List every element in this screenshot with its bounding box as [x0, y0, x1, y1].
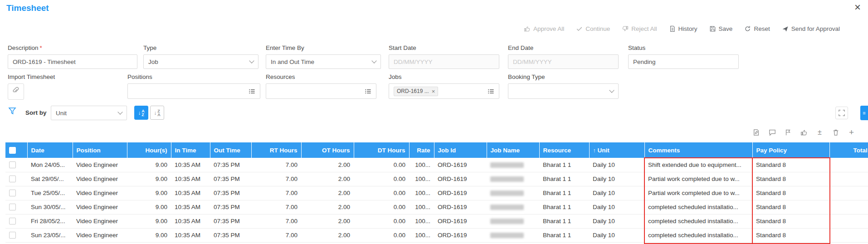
col-header-dt-hours[interactable]: DT Hours	[354, 142, 409, 158]
cell-rt-hours: 7.00	[251, 214, 301, 228]
list-picker-icon[interactable]	[249, 88, 255, 95]
cell-position: Video Engineer	[73, 186, 127, 200]
job-name-redacted	[490, 205, 524, 210]
filter-icon[interactable]	[8, 107, 16, 115]
job-name-redacted	[490, 233, 524, 238]
start-date-input[interactable]	[389, 54, 499, 69]
col-header-rate[interactable]: Rate	[409, 142, 434, 158]
side-panel-handle[interactable]: ≡	[860, 106, 868, 120]
select-all-checkbox[interactable]	[9, 147, 16, 154]
cell-date: Sun 23/05/...	[27, 228, 73, 242]
reset-button[interactable]: Reset	[744, 25, 770, 32]
list-picker-icon[interactable]	[488, 88, 494, 95]
row-checkbox[interactable]	[9, 161, 16, 168]
cell-rt-hours: 7.00	[251, 228, 301, 242]
close-icon[interactable]: ×	[854, 2, 861, 13]
cell-job-name	[487, 200, 539, 214]
col-header-out-time[interactable]: Out Time	[210, 142, 251, 158]
row-checkbox[interactable]	[9, 204, 16, 210]
cell-out-time: 07:35 PM	[210, 158, 251, 172]
cell-in-time: 10:35 AM	[171, 200, 210, 214]
table-row[interactable]: Sun 30/05/... Video Engineer 9.00 10:35 …	[5, 200, 868, 214]
table-row[interactable]: Mon 24/05... Video Engineer 9.00 10:35 A…	[5, 158, 868, 172]
cell-out-time: 07:35 PM	[210, 200, 251, 214]
cell-dt-hours: 0.00	[354, 158, 409, 172]
chip-remove-icon[interactable]: ×	[432, 88, 435, 95]
comment-icon[interactable]	[768, 128, 776, 136]
row-checkbox[interactable]	[9, 232, 16, 239]
list-picker-icon[interactable]	[365, 88, 371, 95]
status-label: Status	[628, 44, 739, 51]
cell-job-name	[487, 214, 539, 228]
send-for-approval-button[interactable]: Send for Approval	[782, 25, 840, 32]
col-header-pay-policy[interactable]: Pay Policy	[752, 142, 829, 158]
cell-comments: completed scheduled installatio...	[644, 214, 752, 228]
plus-minus-icon[interactable]: ±	[816, 128, 824, 136]
grid-action-icons: ± +	[752, 128, 855, 136]
col-header-hours[interactable]: Hour(s)	[127, 142, 171, 158]
row-checkbox[interactable]	[9, 176, 16, 182]
cell-unit: Daily 10	[589, 228, 644, 242]
col-header-job-id[interactable]: Job Id	[434, 142, 487, 158]
status-field-group: Status Pending	[628, 44, 739, 69]
note-add-icon[interactable]	[752, 128, 760, 136]
import-timesheet-button[interactable]	[8, 83, 24, 100]
cell-resource: Bharat 1 1	[539, 228, 589, 242]
col-header-job-name[interactable]: Job Name	[487, 142, 539, 158]
cell-job-id: ORD-1619	[434, 172, 487, 186]
cell-total	[829, 214, 868, 228]
row-checkbox[interactable]	[9, 190, 16, 196]
booking-type-select[interactable]	[508, 83, 619, 99]
history-button[interactable]: History	[669, 25, 697, 32]
continue-button[interactable]: Continue	[576, 25, 610, 32]
col-header-comments[interactable]: Comments	[644, 142, 752, 158]
delete-icon[interactable]	[832, 128, 839, 136]
type-select[interactable]: Job	[143, 54, 258, 69]
booking-type-label: Booking Type	[508, 73, 619, 80]
resources-picker[interactable]	[266, 83, 376, 99]
jobs-picker[interactable]: ORD-1619 ... ×	[389, 83, 499, 99]
description-input[interactable]	[8, 54, 137, 69]
thumbs-up-icon[interactable]	[800, 128, 808, 136]
enter-time-by-label: Enter Time By	[266, 44, 381, 51]
cell-in-time: 10:35 AM	[171, 186, 210, 200]
cell-hours: 9.00	[127, 200, 171, 214]
cell-in-time: 10:35 AM	[171, 228, 210, 242]
cell-hours: 9.00	[127, 158, 171, 172]
positions-picker[interactable]	[127, 83, 260, 99]
approve-all-button[interactable]: Approve All	[524, 25, 564, 32]
check-icon	[576, 25, 583, 32]
col-header-total[interactable]: Total	[829, 142, 868, 158]
reject-all-button[interactable]: Reject All	[622, 25, 657, 32]
sort-asc-button[interactable]: ↓ AZ	[134, 106, 148, 120]
row-checkbox[interactable]	[9, 218, 16, 224]
table-row[interactable]: Sun 23/05/... Video Engineer 9.00 10:35 …	[5, 228, 868, 242]
sort-by-select[interactable]: Unit	[51, 106, 127, 120]
flag-icon[interactable]	[784, 128, 792, 136]
sort-desc-button[interactable]: ↓ ZA	[150, 106, 164, 120]
thumbs-down-icon	[622, 25, 629, 32]
save-icon	[709, 25, 716, 32]
col-header-position[interactable]: Position	[73, 142, 127, 158]
add-icon[interactable]: +	[848, 128, 855, 136]
cell-total	[829, 186, 868, 200]
col-header-unit[interactable]: ↑Unit	[589, 142, 644, 158]
col-header-in-time[interactable]: In Time	[171, 142, 210, 158]
expand-icon[interactable]	[835, 107, 848, 119]
cell-ot-hours: 2.00	[301, 228, 354, 242]
cell-unit: Daily 10	[589, 172, 644, 186]
col-header-resource[interactable]: Resource	[539, 142, 589, 158]
save-button[interactable]: Save	[709, 25, 733, 32]
table-row[interactable]: Fri 28/05/2... Video Engineer 9.00 10:35…	[5, 214, 868, 228]
table-row[interactable]: Tue 25/05/... Video Engineer 9.00 10:35 …	[5, 186, 868, 200]
cell-job-id: ORD-1619	[434, 200, 487, 214]
enter-time-by-select[interactable]: In and Out Time	[266, 54, 381, 69]
end-date-input[interactable]	[508, 54, 619, 69]
cell-comments: Partial work completed due to w...	[644, 172, 752, 186]
table-row[interactable]: Sat 29/05/... Video Engineer 9.00 10:35 …	[5, 172, 868, 186]
job-name-redacted	[490, 176, 524, 182]
col-header-rt-hours[interactable]: RT Hours	[251, 142, 301, 158]
col-header-ot-hours[interactable]: OT Hours	[301, 142, 354, 158]
col-header-date[interactable]: Date	[27, 142, 73, 158]
page-title: Timesheet	[6, 3, 49, 13]
